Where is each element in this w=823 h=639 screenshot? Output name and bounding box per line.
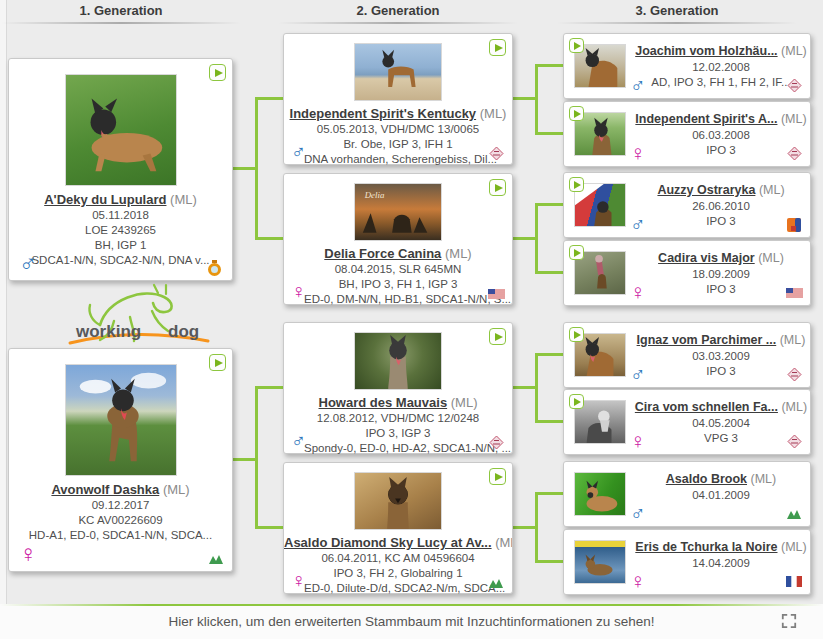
connector-line: [535, 420, 563, 423]
female-icon: ♀: [630, 430, 646, 451]
birthdate: 18.09.2009: [632, 267, 810, 282]
birthdate: 06.03.2008: [632, 128, 810, 143]
breed-abbrev: (ML): [451, 395, 478, 410]
play-icon: [495, 44, 503, 52]
birthdate: 04.05.2004: [632, 416, 810, 431]
registration-number: LOE 2439265: [9, 223, 232, 238]
play-icon: [574, 181, 581, 189]
dmc-club-logo-icon: [785, 78, 803, 93]
dmc-club-logo-icon: [785, 434, 803, 449]
dog-name-link[interactable]: Delia Force Canina: [324, 246, 441, 261]
dog-name-link[interactable]: Cadira vis Major: [658, 251, 755, 265]
dog-name-link[interactable]: Independent Spirit's Kentucky: [290, 106, 477, 121]
play-video-button[interactable]: [209, 354, 226, 371]
male-icon: ♂: [630, 502, 646, 523]
connector-line: [535, 353, 563, 356]
dog-name-link[interactable]: Asaldo Diamond Sky Lucy at Av...: [284, 535, 492, 550]
generation-header-label: 3. Generation: [635, 3, 718, 18]
connector-line: [535, 203, 538, 274]
male-icon: ♂: [291, 141, 306, 161]
usa-flag-icon: [785, 285, 803, 300]
extended-pedigree-bar[interactable]: Hier klicken, um den erweiterten Stammba…: [0, 604, 823, 639]
dog-name-link[interactable]: A'Deky du Lupulard: [44, 192, 166, 207]
play-icon: [574, 331, 581, 339]
connector-line: [535, 492, 538, 563]
play-video-button[interactable]: [569, 245, 584, 260]
dog-name-link[interactable]: Auzzy Ostraryka: [657, 183, 755, 197]
dog-name-link[interactable]: Independent Spirit's A...: [635, 112, 777, 126]
titles: BH, IGP 1: [9, 238, 232, 253]
pedigree-card-eris[interactable]: Eris de Tchurka la Noire (ML) 14.04.2009…: [563, 529, 811, 595]
titles: IPO 3, IGP 3: [284, 426, 512, 441]
female-icon: ♀: [630, 570, 646, 591]
play-video-button[interactable]: [569, 177, 584, 192]
dog-name-link[interactable]: Ignaz vom Parchimer ...: [637, 333, 777, 347]
play-video-button[interactable]: [569, 394, 584, 409]
pedigree-card-asaldo-diamond[interactable]: Asaldo Diamond Sky Lucy at Av... (ML) 06…: [283, 462, 513, 594]
fullscreen-expand-icon[interactable]: [781, 613, 797, 629]
svg-text:Delia: Delia: [364, 190, 385, 200]
dog-name-link[interactable]: Howard des Mauvais: [319, 395, 448, 410]
play-video-button[interactable]: [209, 64, 226, 81]
play-video-button[interactable]: [569, 38, 584, 53]
dog-photo[interactable]: [354, 332, 442, 390]
dog-photo[interactable]: [65, 364, 177, 476]
play-video-button[interactable]: [569, 106, 584, 121]
connector-line: [255, 386, 258, 529]
pedigree-card-avonwolf[interactable]: Avonwolf Dashka (ML) 09.12.2017 KC AV002…: [8, 348, 233, 572]
logo-word-dog: dog: [168, 322, 199, 341]
pedigree-card-cira[interactable]: Cira vom schnellen Fa... (ML) 04.05.2004…: [563, 389, 811, 455]
birthdate: 12.02.2008: [632, 60, 810, 75]
pedigree-card-howard[interactable]: Howard des Mauvais (ML) 12.08.2012, VDH/…: [283, 322, 513, 454]
titles: IPO 3, FH 2, Globalring 1: [284, 566, 512, 581]
pedigree-card-cadira[interactable]: Cadira vis Major (ML) 18.09.2009 IPO 3 ♀: [563, 240, 811, 306]
play-video-button[interactable]: [489, 468, 506, 485]
play-video-button[interactable]: [569, 327, 584, 342]
female-icon: ♀: [630, 281, 646, 302]
extended-pedigree-hint[interactable]: Hier klicken, um den erweiterten Stammba…: [0, 614, 823, 629]
dog-photo[interactable]: [354, 472, 442, 530]
male-icon: ♂: [630, 363, 646, 384]
pedigree-card-delia[interactable]: Delia Delia Force Canina (ML) 08.04.2015…: [283, 173, 513, 305]
pedigree-card-adeky[interactable]: A'Deky du Lupulard (ML) 05.11.2018 LOE 2…: [8, 58, 233, 281]
dog-name-link[interactable]: Eris de Tchurka la Noire: [635, 540, 777, 554]
birthdate-registration: 05.05.2013, VDH/DMC 13/0065: [284, 122, 512, 137]
birthdate: 26.06.2010: [632, 199, 810, 214]
health-results: DNA vorhanden, Scherengebiss, Dil...: [284, 152, 512, 167]
play-video-button[interactable]: [489, 328, 506, 345]
breed-abbrev: (ML): [751, 472, 777, 486]
male-icon: ♂: [630, 74, 646, 95]
dog-photo[interactable]: [65, 74, 177, 186]
pedigree-card-kentucky[interactable]: Independent Spirit's Kentucky (ML) 05.05…: [283, 33, 513, 165]
dog-silhouette-icon: [66, 75, 176, 185]
dog-name-link[interactable]: Asaldo Brook: [666, 472, 747, 486]
header-underline: [557, 22, 797, 24]
pedigree-card-asaldo-brook[interactable]: Asaldo Brook (ML) 04.01.2009 ♂: [563, 461, 811, 527]
play-video-button[interactable]: [489, 39, 506, 56]
dog-photo[interactable]: [354, 43, 442, 101]
generation-header-2: 2. Generation: [278, 3, 518, 24]
header-underline: [278, 22, 518, 24]
dog-photo[interactable]: Delia: [354, 183, 442, 241]
play-video-button[interactable]: [489, 179, 506, 196]
generation-header-label: 1. Generation: [79, 3, 162, 18]
generation-header-3: 3. Generation: [557, 3, 797, 24]
connector-line: [535, 64, 563, 67]
dog-name-link[interactable]: Cira vom schnellen Fa...: [635, 400, 778, 414]
titles: BH, IPO 3, FH 1, IGP 3: [284, 277, 512, 292]
dog-name-link[interactable]: Joachim vom Holzhäu...: [635, 44, 777, 58]
breed-abbrev: (ML): [480, 106, 507, 121]
birthdate: 05.11.2018: [9, 208, 232, 223]
dog-name-link[interactable]: Avonwolf Dashka: [51, 482, 159, 497]
connector-line: [535, 271, 563, 274]
dog-photo[interactable]: [574, 472, 626, 516]
pedigree-card-independent-spirits-a[interactable]: Independent Spirit's A... (ML) 06.03.200…: [563, 101, 811, 167]
health-results: ED-0, Dilute-D/d, SDCA2-N/m, SDCA...: [284, 581, 512, 596]
play-icon: [574, 42, 581, 50]
pedigree-card-auzzy[interactable]: Auzzy Ostraryka (ML) 26.06.2010 IPO 3 ♂: [563, 172, 811, 238]
pedigree-card-ignaz[interactable]: Ignaz vom Parchimer ... (ML) 03.03.2009 …: [563, 322, 811, 388]
pedigree-card-joachim[interactable]: Joachim vom Holzhäu... (ML) 12.02.2008 A…: [563, 33, 811, 99]
dog-photo[interactable]: [574, 540, 626, 584]
birthdate-registration: 12.08.2012, VDH/DMC 12/0248: [284, 411, 512, 426]
breed-abbrev: (ML): [759, 183, 785, 197]
